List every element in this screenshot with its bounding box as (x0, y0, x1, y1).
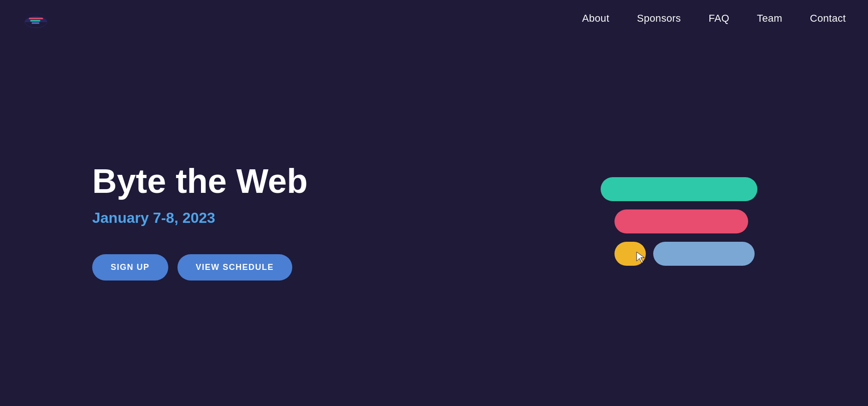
hero-section: Byte the Web January 7-8, 2023 SIGN UP V… (0, 37, 868, 406)
hero-title: Byte the Web (92, 162, 307, 200)
view-schedule-button[interactable]: VIEW SCHEDULE (177, 254, 293, 281)
bar-blue (653, 242, 755, 266)
nav-item-about[interactable]: About (582, 12, 609, 24)
navbar: About Sponsors FAQ Team Contact (0, 0, 868, 37)
nav-item-team[interactable]: Team (757, 12, 782, 24)
logo[interactable] (22, 5, 50, 32)
cursor-icon (636, 251, 647, 264)
signup-button[interactable]: SIGN UP (92, 254, 168, 281)
hero-date: January 7-8, 2023 (92, 209, 307, 227)
nav-links: About Sponsors FAQ Team Contact (582, 12, 846, 24)
nav-item-contact[interactable]: Contact (810, 12, 846, 24)
bar-pink (614, 209, 748, 233)
hero-content: Byte the Web January 7-8, 2023 SIGN UP V… (92, 162, 307, 280)
nav-item-faq[interactable]: FAQ (709, 12, 729, 24)
hero-buttons: SIGN UP VIEW SCHEDULE (92, 254, 307, 281)
bar-teal (601, 177, 757, 201)
hero-visual (601, 177, 757, 266)
nav-item-sponsors[interactable]: Sponsors (637, 12, 681, 24)
